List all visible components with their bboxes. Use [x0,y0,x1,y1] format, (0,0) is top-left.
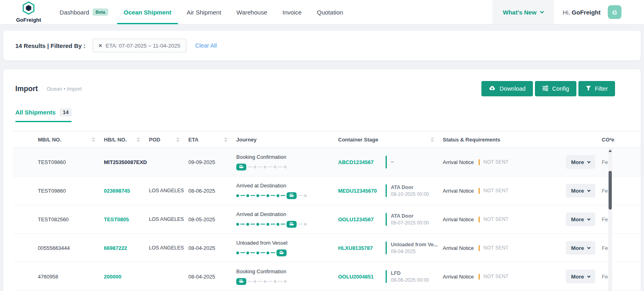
config-button[interactable]: Config [535,81,576,96]
filter-button[interactable]: Filter [578,81,615,96]
container-number-link[interactable]: OOLU2004851 [338,274,386,280]
stage-indicator-bar [386,270,387,283]
table-header: MB/L NO. HB/L NO. POD ETA Journey Contai… [13,131,641,148]
more-label: More [571,216,584,222]
header-journey: Journey [236,137,338,143]
main-nav: Dashboard Beta Ocean Shipment Air Shipme… [60,0,343,24]
journey-progress [236,192,338,199]
table-row[interactable]: TEST09860 023698745 LOS ANGELES 08-06-20… [13,177,641,205]
container-number-link[interactable]: HLXU8135787 [338,245,386,251]
table-row[interactable]: 00555663444 66987222 LOS ANGELES 08-04-2… [13,234,641,262]
journey-status-label: Arrived at Destination [236,211,338,217]
header-pod[interactable]: POD [149,137,188,143]
ship-icon [236,164,246,170]
vertical-scrollbar[interactable] [608,148,612,291]
nav-dashboard[interactable]: Dashboard Beta [60,0,108,24]
clear-all-link[interactable]: Clear All [195,42,217,49]
scrollbar-thumb[interactable] [609,171,612,210]
sort-icon[interactable] [224,137,227,142]
chevron-down-icon [587,274,590,277]
more-label: More [571,159,584,165]
nav-quotation[interactable]: Quotation [317,0,343,24]
status-indicator-bar [479,274,480,280]
scroll-up-arrow-icon[interactable] [609,150,612,152]
eta-filter-chip[interactable]: × ETA: 07-07-2025 ~ 11-04-2025 [93,39,186,52]
more-button[interactable]: More [566,241,595,255]
hbl-link[interactable]: MIT25350087EXD [104,159,147,165]
nav-ocean-shipment[interactable]: Ocean Shipment [124,0,171,24]
nav-air-shipment[interactable]: Air Shipment [187,0,221,24]
status-indicator-bar [479,245,480,251]
mbl-value: 00555663444 [13,245,104,251]
container-number-link[interactable]: ABCD1234567 [338,159,386,165]
header-hbl-no[interactable]: HB/L NO. [104,137,149,143]
container-stage-cell: OOLU2004851 LFD 08-06-2025 00:00 [338,270,443,283]
more-label: More [571,245,584,251]
more-button[interactable]: More [566,212,595,226]
stage-info: – [391,159,394,166]
container-number-link[interactable]: OOLU1234567 [338,216,386,222]
table-row[interactable]: TEST09860 MIT25350087EXD 09-09-2025 Book… [13,148,641,177]
download-button[interactable]: Download [481,81,533,96]
journey-cell: Booking Confirmation [236,154,338,170]
header-status-requirements: Status & Requirements [443,137,602,143]
hexagon-logo-icon [22,1,35,17]
filter-summary-bar: 14 Results | Filtered By : × ETA: 07-07-… [3,31,641,60]
header-container-stage[interactable]: Container Stage [338,137,443,143]
mbl-value: TEST09860 [13,159,104,165]
chevron-down-icon [587,160,590,163]
more-button[interactable]: More [566,270,595,283]
stage-indicator-bar [386,156,387,168]
status-value: NOT SENT [483,188,508,193]
status-cell: Arrival Notice NOT SENT More [443,270,602,283]
pod-value: LOS ANGELES [149,216,188,222]
hbl-link[interactable]: 200000 [104,274,121,280]
page-title: Import [15,85,38,93]
status-label: Arrival Notice [443,188,474,194]
sort-icon[interactable] [176,137,180,142]
status-indicator-bar [479,159,480,165]
chevron-down-icon [587,245,590,249]
remove-filter-icon[interactable]: × [99,43,102,48]
sort-icon[interactable] [92,137,95,142]
status-value: NOT SENT [483,216,508,222]
avatar[interactable]: G [608,5,621,19]
nav-warehouse[interactable]: Warehouse [237,0,267,24]
tabs-row: All Shipments 14 [3,108,641,122]
pod-value: LOS ANGELES [149,245,188,251]
header-mbl-no[interactable]: MB/L NO. [13,137,104,143]
stage-indicator-bar [386,241,387,254]
nav-invoice[interactable]: Invoice [283,0,302,24]
hbl-link[interactable]: TEST0805 [104,216,129,222]
journey-status-label: Arrived at Destination [236,183,338,189]
table-row[interactable]: TEST082560 TEST0805 LOS ANGELES 08-05-20… [13,205,641,234]
sort-icon[interactable] [431,137,434,142]
journey-progress [236,221,338,228]
sort-icon[interactable] [137,137,140,142]
nav-dashboard-label: Dashboard [60,9,89,16]
stage-date: 08-10-2025 00:00 [391,191,429,197]
more-button[interactable]: More [566,184,595,197]
nav-warehouse-label: Warehouse [237,9,267,16]
eta-value: 08-04-2025 [188,274,236,280]
nav-right-section: What's New Hi, GoFreight G [492,0,644,24]
gofreight-logo[interactable]: GoFreight [16,0,41,24]
nav-invoice-label: Invoice [283,9,302,16]
hbl-link[interactable]: 023698745 [104,188,130,194]
container-stage-cell: ABCD1234567 – [338,156,443,168]
more-button[interactable]: More [566,155,595,169]
whats-new-button[interactable]: What's New [492,0,554,24]
status-indicator-bar [479,188,480,194]
header-eta[interactable]: ETA [188,137,236,143]
tab-all-shipments[interactable]: All Shipments 14 [15,108,72,122]
ship-icon [287,221,297,228]
stage-name: Unloaded from Ve... [391,242,438,247]
status-value: NOT SENT [483,245,508,251]
stage-name: ATA Door [391,213,429,219]
journey-status-label: Booking Confirmation [236,268,338,274]
container-number-link[interactable]: MEDU12345670 [338,188,386,194]
journey-progress [236,278,338,285]
hbl-link[interactable]: 66987222 [104,245,127,251]
status-label: Arrival Notice [443,216,474,222]
table-row[interactable]: 4760958 200000 08-04-2025 Booking Confir… [13,262,641,291]
